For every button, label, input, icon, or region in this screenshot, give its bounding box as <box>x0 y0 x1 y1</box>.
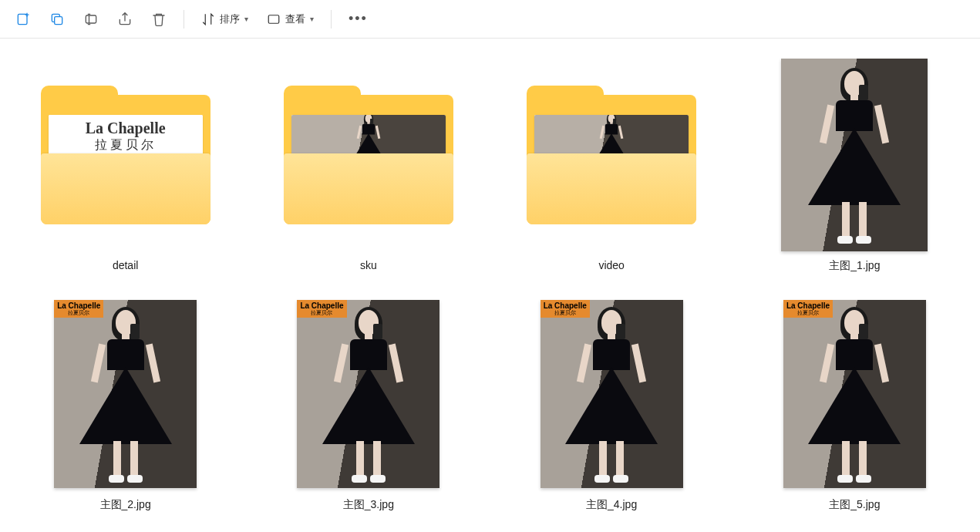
rename-button[interactable] <box>76 4 106 35</box>
view-menu[interactable]: 查看 ▾ <box>259 4 322 35</box>
chevron-down-icon: ▾ <box>244 15 248 23</box>
sort-icon <box>201 12 215 26</box>
item-name: video <box>598 259 624 271</box>
thumbnail: La Chapelle拉夏贝尔 <box>527 298 696 490</box>
item-name: 主图_5.jpg <box>829 498 880 512</box>
svg-rect-0 <box>18 14 27 24</box>
item-name: 主图_1.jpg <box>829 259 880 273</box>
photo-thumbnail: La Chapelle拉夏贝尔 <box>297 300 439 488</box>
thumbnail: La Chapelle拉夏贝尔 <box>41 298 210 490</box>
copy-button[interactable] <box>42 4 72 35</box>
folder-item[interactable]: video <box>494 54 729 278</box>
item-name: sku <box>360 259 377 271</box>
photo-thumbnail: La Chapelle拉夏贝尔 <box>54 300 197 488</box>
image-item[interactable]: 主图_1.jpg <box>737 54 972 278</box>
folder-icon <box>284 86 453 224</box>
svg-rect-1 <box>55 16 62 24</box>
delete-button[interactable] <box>143 4 174 35</box>
image-item[interactable]: La Chapelle拉夏贝尔 主图_3.jpg <box>251 293 486 517</box>
svg-rect-3 <box>268 15 279 23</box>
photo-thumbnail: La Chapelle拉夏贝尔 <box>541 300 683 488</box>
folder-item[interactable]: sku <box>251 54 486 278</box>
view-label: 查看 <box>285 12 305 26</box>
item-name: 主图_4.jpg <box>586 498 637 512</box>
image-item[interactable]: La Chapelle拉夏贝尔 主图_2.jpg <box>8 293 243 517</box>
thumbnail <box>284 59 453 251</box>
folder-icon <box>527 86 696 224</box>
photo-thumbnail <box>781 59 928 251</box>
image-item[interactable]: La Chapelle拉夏贝尔 主图_5.jpg <box>737 293 972 517</box>
view-icon <box>267 12 281 26</box>
svg-rect-2 <box>86 15 96 23</box>
thumbnail: La Chapelle拉夏贝尔 <box>284 298 453 490</box>
more-button[interactable]: ••• <box>341 11 375 27</box>
photo-thumbnail: La Chapelle拉夏贝尔 <box>783 300 926 488</box>
new-item-button[interactable] <box>8 4 39 35</box>
folder-icon: La Chapelle 拉夏贝尔 La Chapelle在法语中是“小教堂”的意… <box>41 86 210 224</box>
thumbnail: La Chapelle拉夏贝尔 <box>770 298 939 490</box>
chevron-down-icon: ▾ <box>310 15 314 23</box>
image-item[interactable]: La Chapelle拉夏贝尔 主图_4.jpg <box>494 293 729 517</box>
items-grid: La Chapelle 拉夏贝尔 La Chapelle在法语中是“小教堂”的意… <box>0 39 980 532</box>
thumbnail <box>770 59 939 251</box>
sort-label: 排序 <box>220 12 240 26</box>
sort-menu[interactable]: 排序 ▾ <box>194 4 256 35</box>
separator <box>184 10 184 29</box>
toolbar: 排序 ▾ 查看 ▾ ••• <box>0 0 980 39</box>
folder-item[interactable]: La Chapelle 拉夏贝尔 La Chapelle在法语中是“小教堂”的意… <box>8 54 243 278</box>
item-name: 主图_3.jpg <box>343 498 394 512</box>
thumbnail: La Chapelle 拉夏贝尔 La Chapelle在法语中是“小教堂”的意… <box>41 59 210 251</box>
item-name: detail <box>113 259 138 271</box>
thumbnail <box>527 59 696 251</box>
separator <box>331 10 332 29</box>
share-button[interactable] <box>109 4 140 35</box>
item-name: 主图_2.jpg <box>100 498 151 512</box>
